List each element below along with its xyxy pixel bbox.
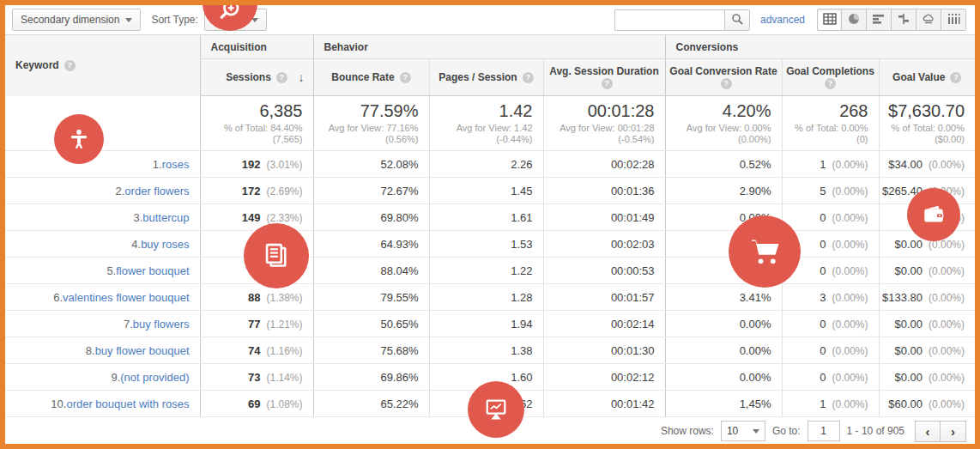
- goal-value-pct: (0.00%): [929, 345, 965, 357]
- table-row: 4.buy roses 64.93% 1.53 00:02:03 0(0.00%…: [5, 231, 975, 258]
- keyword-link[interactable]: valentines flower bouquet: [63, 291, 189, 304]
- goal-completions-cell: 0(0.00%): [782, 204, 879, 231]
- keyword-link[interactable]: order flowers: [124, 185, 189, 197]
- search-input[interactable]: [614, 9, 724, 31]
- chevron-down-icon: [753, 429, 759, 434]
- summary-value-sub: % of Total: 0.00%: [880, 123, 965, 134]
- help-icon[interactable]: ?: [950, 72, 961, 83]
- pivot-view-button[interactable]: [941, 9, 966, 31]
- bounce-rate-cell: 75.68%: [313, 337, 429, 364]
- table-row: 6.valentines flower bouquet 88(1.38%) 79…: [5, 284, 975, 311]
- goal-conversion-rate-cell: 0.00%: [665, 337, 782, 364]
- keyword-link[interactable]: roses: [162, 158, 190, 171]
- sort-descending-icon: ↓: [299, 70, 305, 84]
- row-rank: 9.: [98, 371, 120, 384]
- sessions-cell: 172(2.69%): [200, 178, 313, 204]
- keyword-link[interactable]: buy roses: [141, 238, 189, 251]
- completions-pct: (0.00%): [832, 372, 868, 384]
- bounce-rate-cell: 52.08%: [313, 151, 429, 178]
- goal-completions-cell: 5(0.00%): [782, 178, 879, 204]
- row-rank: 3.: [120, 211, 142, 224]
- summary-duration-value: 00:01:28: [544, 101, 655, 121]
- performance-view-button[interactable]: [867, 9, 892, 31]
- completions-pct: (0.00%): [832, 159, 868, 171]
- sessions-cell: 77(1.21%): [200, 311, 313, 337]
- secondary-dimension-label: Secondary dimension: [21, 14, 119, 26]
- goal-value-value: $0.00: [894, 264, 923, 277]
- goal-value-pct: (0.00%): [929, 292, 965, 304]
- help-icon[interactable]: ?: [721, 78, 732, 89]
- secondary-dimension-button[interactable]: Secondary dimension: [12, 9, 141, 31]
- duration-cell: 00:01:42: [543, 391, 665, 417]
- duration-cell: 00:01:49: [543, 204, 665, 231]
- goal-conversion-rate-header-label: Goal Conversion Rate: [669, 65, 777, 77]
- goal-value-value: $0.00: [894, 318, 923, 331]
- help-icon[interactable]: ?: [825, 78, 836, 89]
- percentage-view-button[interactable]: [842, 9, 867, 31]
- pivot-table-icon: [947, 13, 960, 27]
- goto-label: Go to:: [772, 425, 801, 437]
- column-group-header-row: Keyword? Acquisition Behavior Conversion…: [5, 35, 975, 59]
- keyword-cell: 8.buy flower bouquet: [5, 337, 200, 364]
- advanced-search-link[interactable]: advanced: [760, 14, 805, 26]
- table-view-icon: [823, 13, 837, 27]
- keyword-link[interactable]: order bouquet with roses: [66, 397, 189, 410]
- pages-session-column-header[interactable]: Pages / Session?: [429, 59, 543, 96]
- completions-value: 1: [820, 158, 826, 171]
- row-rank: 8.: [73, 344, 95, 357]
- sessions-cell: 88(1.38%): [200, 284, 313, 311]
- goal-value-cell: $133.80(0.00%): [879, 284, 975, 311]
- help-icon[interactable]: ?: [523, 72, 534, 83]
- goto-page-input[interactable]: [808, 421, 840, 441]
- term-cloud-view-button[interactable]: [916, 9, 941, 31]
- help-icon[interactable]: ?: [64, 60, 76, 71]
- goal-conversion-rate-column-header[interactable]: Goal Conversion Rate?: [665, 59, 782, 96]
- goal-completions-column-header[interactable]: Goal Completions ?: [782, 59, 879, 96]
- summary-goal-conversion-rate: 4.20% Avg for View: 0.00% (0.00%): [665, 96, 782, 151]
- goal-completions-header-label: Goal Completions: [786, 65, 874, 77]
- goal-value-value: $133.80: [882, 291, 923, 304]
- sessions-value: 192: [242, 158, 261, 171]
- sessions-pct: (1.21%): [266, 319, 302, 331]
- summary-gcr-sub: Avg for View: 0.00%: [666, 123, 771, 134]
- row-rank: 2.: [102, 185, 124, 197]
- show-rows-value: 10: [727, 425, 738, 437]
- summary-bounce-sub: (0.56%): [314, 134, 419, 145]
- table-body: 1.roses 192(3.01%) 52.08% 2.26 00:02:28 …: [5, 151, 975, 417]
- keyword-link[interactable]: buy flowers: [133, 318, 190, 331]
- pages-session-cell: 1.53: [429, 231, 543, 258]
- keyword-cell: 6.valentines flower bouquet: [5, 284, 200, 311]
- keyword-link[interactable]: buy flower bouquet: [95, 344, 190, 357]
- keyword-cell: 9.(not provided): [5, 364, 200, 391]
- summary-bounce-rate: 77.59% Avg for View: 77.16% (0.56%): [313, 96, 429, 151]
- sessions-cell: 192(3.01%): [200, 151, 313, 178]
- goal-completions-cell: 0(0.00%): [782, 364, 879, 391]
- row-rank: 10.: [44, 397, 66, 410]
- previous-page-button[interactable]: ‹: [915, 421, 941, 442]
- comparison-view-button[interactable]: [892, 9, 916, 31]
- goal-value-column-header[interactable]: Goal Value?: [879, 59, 975, 96]
- keyword-link[interactable]: (not provided): [120, 371, 189, 384]
- keyword-link[interactable]: flower bouquet: [116, 264, 189, 277]
- bounce-rate-column-header[interactable]: Bounce Rate?: [313, 59, 429, 96]
- help-icon[interactable]: ?: [400, 72, 411, 83]
- pages-session-cell: 1.38: [429, 337, 543, 364]
- keyword-report-table: Keyword? Acquisition Behavior Conversion…: [5, 34, 975, 417]
- bounce-rate-cell: 65.22%: [313, 391, 429, 417]
- avg-session-duration-column-header[interactable]: Avg. Session Duration?: [543, 59, 665, 96]
- goal-value-pct: (0.00%): [929, 159, 965, 171]
- sessions-cell: 69(1.08%): [200, 391, 313, 417]
- keyword-link[interactable]: buttercup: [142, 211, 189, 224]
- summary-bounce-value: 77.59%: [314, 101, 419, 121]
- table-view-button[interactable]: [817, 9, 842, 31]
- summary-completions-value: 268: [783, 101, 868, 121]
- show-rows-select[interactable]: 10: [721, 421, 765, 441]
- goal-conversion-rate-cell: 0.52%: [665, 151, 782, 178]
- sessions-value: 73: [248, 371, 260, 384]
- help-icon[interactable]: ?: [602, 78, 613, 89]
- help-icon[interactable]: ?: [276, 72, 287, 83]
- sessions-column-header[interactable]: Sessions? ↓: [200, 59, 313, 96]
- search-button[interactable]: [724, 9, 750, 31]
- keyword-column-header[interactable]: Keyword?: [5, 35, 200, 96]
- next-page-button[interactable]: ›: [941, 421, 966, 442]
